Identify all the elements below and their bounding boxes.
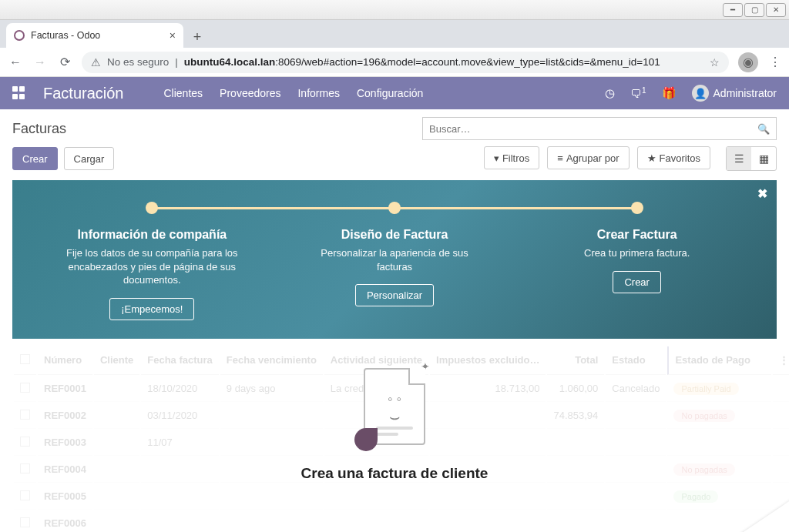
tab-strip: Facturas - Odoo × + xyxy=(0,20,789,48)
step-desc: Personalizar la apariencia de sus factur… xyxy=(302,246,487,273)
search-icon[interactable]: 🔍 xyxy=(757,123,770,135)
onboard-step-company: Información de compañía Fije los datos d… xyxy=(31,202,274,320)
kanban-view-button[interactable]: ▦ xyxy=(751,147,776,170)
content-area: Número Cliente Fecha factura Fecha venci… xyxy=(0,345,789,532)
user-avatar-icon: 👤 xyxy=(692,85,709,102)
window-titlebar: ━ ▢ ✕ xyxy=(0,0,789,20)
empty-state: ✦ ◦ ◦⌣ Crea una factura de cliente xyxy=(0,368,789,482)
step-desc: Fije los datos de su compañía para los e… xyxy=(59,246,244,287)
menu-icon[interactable]: ⋮ xyxy=(769,55,781,69)
star-icon: ★ xyxy=(647,152,656,164)
user-menu[interactable]: 👤 Administrator xyxy=(692,85,777,102)
clock-icon[interactable]: ◷ xyxy=(605,86,615,100)
filter-icon: ▾ xyxy=(494,152,499,164)
odoo-top-nav: Facturación Clientes Proveedores Informe… xyxy=(0,77,789,109)
insecure-icon: ⚠ xyxy=(91,56,101,69)
list-view-button[interactable]: ☰ xyxy=(727,147,751,170)
window-minimize-button[interactable]: ━ xyxy=(723,3,743,17)
url-field[interactable]: ⚠ No es seguro | ubuntu64.local.lan:8069… xyxy=(82,52,729,73)
back-icon[interactable]: ← xyxy=(8,55,23,69)
view-switcher: ☰ ▦ xyxy=(726,146,777,171)
step-title: Diseño de Factura xyxy=(274,228,516,242)
nav-config[interactable]: Configuración xyxy=(357,87,423,99)
nav-informes[interactable]: Informes xyxy=(297,87,339,99)
browser-tab[interactable]: Facturas - Odoo × xyxy=(6,23,183,48)
nav-proveedores[interactable]: Proveedores xyxy=(220,87,280,99)
user-name: Administrator xyxy=(713,87,777,99)
chat-icon[interactable]: 🗨1 xyxy=(630,86,646,100)
cargar-button[interactable]: Cargar xyxy=(64,147,115,170)
address-bar: ← → ⟳ ⚠ No es seguro | ubuntu64.local.la… xyxy=(0,48,789,77)
step-desc: Crea tu primera factura. xyxy=(545,246,730,260)
module-title: Facturación xyxy=(43,85,124,102)
nav-clientes[interactable]: Clientes xyxy=(164,87,203,99)
url-prefix: No es seguro xyxy=(107,56,169,68)
tab-close-icon[interactable]: × xyxy=(170,29,176,42)
apps-icon[interactable] xyxy=(12,86,26,100)
odoo-favicon-icon xyxy=(14,30,25,41)
nav-links: Clientes Proveedores Informes Configurac… xyxy=(164,87,424,99)
agrupar-button[interactable]: ≡Agrupar por xyxy=(547,146,629,169)
group-icon: ≡ xyxy=(557,152,563,164)
tab-title: Facturas - Odoo xyxy=(31,30,100,41)
crear-factura-button[interactable]: Crear xyxy=(613,271,661,293)
personalizar-button[interactable]: Personalizar xyxy=(355,284,434,306)
search-input[interactable] xyxy=(429,123,757,135)
step-title: Información de compañía xyxy=(31,228,274,242)
onboarding-banner: ✖ Información de compañía Fije los datos… xyxy=(12,180,777,339)
step-dot-icon xyxy=(631,202,643,214)
search-box[interactable]: 🔍 xyxy=(422,117,777,140)
onboard-step-create: Crear Factura Crea tu primera factura. C… xyxy=(515,202,758,320)
step-dot-icon xyxy=(146,202,158,214)
step-dot-icon xyxy=(388,202,401,214)
empty-title: Crea una factura de cliente xyxy=(0,465,789,482)
filtros-button[interactable]: ▾Filtros xyxy=(484,146,539,169)
crear-button[interactable]: Crear xyxy=(12,147,58,170)
reload-icon[interactable]: ⟳ xyxy=(57,55,72,69)
onboard-close-icon[interactable]: ✖ xyxy=(757,186,767,201)
control-panel: Facturas 🔍 Crear Cargar ▾Filtros ≡Agrupa… xyxy=(0,109,789,176)
window-maximize-button[interactable]: ▢ xyxy=(744,3,764,17)
window-close-button[interactable]: ✕ xyxy=(766,3,786,17)
step-title: Crear Factura xyxy=(515,228,758,242)
empecemos-button[interactable]: ¡Empecemos! xyxy=(109,298,194,320)
onboard-step-design: Diseño de Factura Personalizar la aparie… xyxy=(274,202,516,320)
star-icon[interactable]: ☆ xyxy=(710,56,720,69)
url-text: ubuntu64.local.lan:8069/web#action=196&m… xyxy=(184,56,660,68)
forward-icon[interactable]: → xyxy=(32,55,48,69)
new-tab-button[interactable]: + xyxy=(186,26,208,48)
gift-icon[interactable]: 🎁 xyxy=(662,86,677,100)
page-title: Facturas xyxy=(12,121,66,137)
profile-icon[interactable]: ◉ xyxy=(738,52,758,72)
corner-accent-icon xyxy=(354,428,378,451)
favoritos-button[interactable]: ★Favoritos xyxy=(637,146,710,169)
